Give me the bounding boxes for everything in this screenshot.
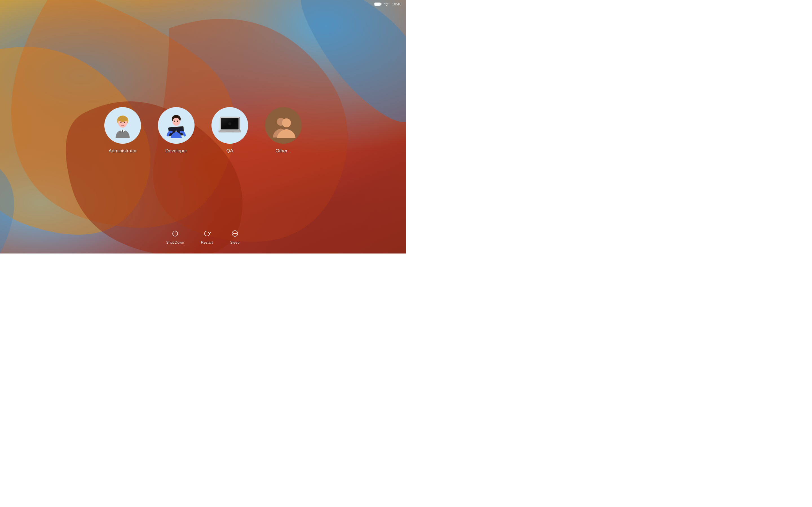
sleep-button[interactable]: Sleep (230, 228, 240, 244)
user-other-name: Other... (275, 148, 291, 154)
user-administrator[interactable]: Administrator (104, 107, 141, 154)
sleep-label: Sleep (230, 240, 239, 244)
users-container: Administrator (104, 107, 302, 154)
shutdown-icon (170, 228, 180, 238)
restart-label: Restart (201, 240, 213, 244)
svg-point-7 (172, 118, 180, 126)
user-administrator-name: Administrator (109, 148, 137, 154)
shutdown-label: Shut Down (166, 240, 184, 244)
user-other[interactable]: Other... (265, 107, 302, 154)
svg-point-4 (124, 122, 125, 123)
svg-point-10 (176, 122, 177, 123)
svg-point-8 (174, 121, 175, 122)
user-qa-avatar (211, 107, 248, 144)
menubar: 10:40 (0, 0, 406, 8)
user-other-avatar (265, 107, 302, 144)
clock: 10:40 (392, 2, 402, 6)
shutdown-button[interactable]: Shut Down (166, 228, 184, 244)
user-administrator-avatar (104, 107, 141, 144)
battery-icon (374, 3, 380, 6)
svg-point-20 (229, 122, 231, 125)
user-developer[interactable]: Developer (158, 107, 195, 154)
user-qa-name: QA (226, 148, 234, 154)
bottom-controls: Shut Down Restart Sleep (166, 228, 240, 244)
svg-point-22 (282, 118, 291, 127)
restart-button[interactable]: Restart (201, 228, 213, 244)
restart-icon (202, 228, 212, 238)
wifi-indicator (384, 2, 389, 6)
wifi-icon (384, 2, 389, 6)
svg-rect-19 (225, 131, 234, 132)
svg-point-9 (177, 121, 178, 122)
sleep-icon (230, 228, 240, 238)
user-developer-avatar (158, 107, 195, 144)
svg-point-3 (120, 122, 121, 123)
user-qa[interactable]: QA (211, 107, 248, 154)
user-developer-name: Developer (165, 148, 187, 154)
svg-point-5 (122, 124, 123, 124)
battery-indicator (374, 3, 380, 6)
svg-point-2 (117, 116, 128, 122)
